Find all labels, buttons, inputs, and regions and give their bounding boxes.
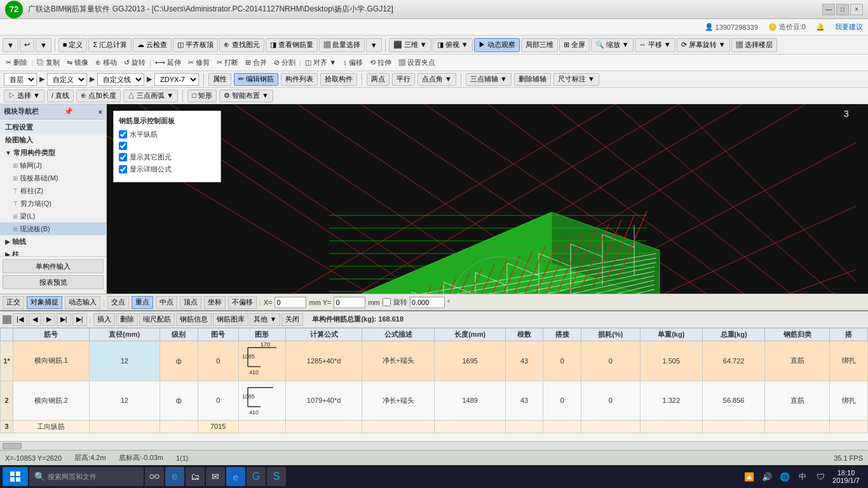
rotate-input[interactable] <box>410 297 445 308</box>
nav-last-btn[interactable]: ▶| <box>57 313 71 326</box>
edge-btn[interactable]: e <box>226 467 245 486</box>
dim-btn[interactable]: 尺寸标注 ▼ <box>553 73 599 86</box>
tree-item-col[interactable]: ⊤框柱(Z) <box>0 184 106 197</box>
smart-layout-btn[interactable]: ⚙ 智能布置 ▼ <box>219 90 273 102</box>
formula-check[interactable] <box>119 165 127 173</box>
undo-dropdown-btn[interactable]: ▼ <box>36 38 51 52</box>
coord-btn[interactable]: 坐标 <box>204 296 226 309</box>
more-btn[interactable]: ▼ <box>366 38 382 52</box>
find-elem-btn[interactable]: ⊕ 查找图元 <box>219 38 264 52</box>
tree-group-axis[interactable]: ▶轴线 <box>0 235 106 248</box>
cloud-check-btn[interactable]: ☁ 云检查 <box>133 38 172 52</box>
floor-select[interactable]: 首层 <box>4 73 37 86</box>
point-len-btn[interactable]: ⊕ 点加长度 <box>76 90 121 102</box>
start-btn[interactable] <box>3 467 28 486</box>
pan-btn[interactable]: ↔ 平移 ▼ <box>635 38 675 52</box>
sidebar-pin-icon[interactable]: 📌 <box>64 107 73 116</box>
tree-item-plate[interactable]: ⊞现浇板(B) <box>0 222 106 235</box>
rect-btn[interactable]: □ 矩形 <box>187 90 217 102</box>
snap-btn[interactable]: 对象捕捉 <box>27 296 62 309</box>
del-row-btn[interactable]: 删除 <box>116 313 138 326</box>
property-btn[interactable]: 属性 <box>208 73 231 86</box>
zoom-btn[interactable]: 🔍 缩放 ▼ <box>591 38 634 52</box>
nav-next-btn[interactable]: ▶ <box>43 313 55 326</box>
align-btn[interactable]: ◫ 对齐 ▼ <box>302 57 339 69</box>
sidebar-close-icon[interactable]: × <box>98 108 102 116</box>
no-offset-btn[interactable]: 不偏移 <box>228 296 257 309</box>
mirror-btn[interactable]: ⇋ 镜像 <box>64 57 92 69</box>
maximize-btn[interactable]: □ <box>836 4 849 15</box>
taskbar-search-btn[interactable]: 🔍 搜索网页和文件 <box>29 467 144 486</box>
draw-mode-select[interactable]: 自定义线 <box>97 73 144 86</box>
horizontal-rebar-check[interactable] <box>119 130 127 139</box>
three-point-axis-btn[interactable]: 三点辅轴 ▼ <box>466 73 512 86</box>
notification-bell[interactable]: 🔔 <box>816 23 825 31</box>
cell-diameter[interactable]: 12 <box>89 341 159 381</box>
intersection-btn[interactable]: 交点 <box>107 296 129 309</box>
pick-comp-btn[interactable]: 拾取构件 <box>320 73 357 86</box>
two-point-btn[interactable]: 两点 <box>367 73 390 86</box>
top-view-btn[interactable]: ◨ 俯视 ▼ <box>433 38 473 52</box>
merge-btn[interactable]: ⊞ 合并 <box>242 57 270 69</box>
scale-rebar-btn[interactable]: 缩尺配筋 <box>139 313 175 326</box>
clock[interactable]: 18:10 2019/1/7 <box>832 469 860 484</box>
task-view-btn[interactable] <box>145 467 164 486</box>
tree-item-beam[interactable]: ⊞梁(L) <box>0 210 106 222</box>
nav-play-btn[interactable]: ▶| <box>72 313 87 326</box>
view-rebar-btn[interactable]: ◨ 查看钢筋量 <box>266 38 318 52</box>
batch-select-btn[interactable]: ▦ 批量选择 <box>319 38 365 52</box>
break-btn[interactable]: ✂ 打断 <box>214 57 241 69</box>
dynamic-view-btn[interactable]: ▶ 动态观察 <box>474 38 520 52</box>
x-input[interactable] <box>275 297 306 308</box>
parallel-btn[interactable]: 平行 <box>392 73 415 86</box>
tray-volume[interactable]: 🔊 <box>761 470 773 483</box>
rebar-info-btn[interactable]: 钢筋信息 <box>176 313 212 326</box>
copy-btn[interactable]: ⿻ 复制 <box>34 57 63 69</box>
select-tool-btn[interactable]: ▷ 选择 ▼ <box>4 90 44 102</box>
stretch-btn[interactable]: ⟲ 拉伸 <box>367 57 395 69</box>
fullscreen-btn[interactable]: ⊞ 全屏 <box>559 38 590 52</box>
file-menu-btn[interactable]: ▼ <box>3 38 18 52</box>
y-input[interactable] <box>334 297 365 308</box>
offset-btn[interactable]: ↕ 偏移 <box>340 57 366 69</box>
cell-diameter[interactable] <box>89 420 159 433</box>
other-elem-check[interactable] <box>119 153 127 161</box>
center-btn[interactable]: 中点 <box>156 296 177 309</box>
vertex-btn[interactable]: 顶点 <box>180 296 201 309</box>
ie-btn[interactable]: e <box>165 467 184 486</box>
edit-rebar-btn[interactable]: ✏ 编辑钢筋 <box>234 73 278 86</box>
comp-list-btn[interactable]: 构件列表 <box>281 73 318 86</box>
cell-diameter[interactable]: 12 <box>89 381 159 420</box>
dynamic-input-btn[interactable]: 动态输入 <box>65 296 100 309</box>
line-btn[interactable]: / 直线 <box>47 90 74 102</box>
mail-btn[interactable]: ✉ <box>206 467 225 486</box>
table-row[interactable]: 3 工向纵筋 7015 <box>1 420 868 433</box>
point-angle-btn[interactable]: 点点角 ▼ <box>417 73 456 86</box>
del-axis-btn[interactable]: 删除辅轴 <box>514 73 551 86</box>
rebar-lib-btn[interactable]: 钢筋图库 <box>213 313 248 326</box>
insert-btn[interactable]: 插入 <box>93 313 115 326</box>
rotate-check[interactable] <box>383 298 391 306</box>
midpoint-btn[interactable]: 重点 <box>132 296 153 309</box>
move-btn[interactable]: ⊕ 移动 <box>92 57 120 69</box>
nav-first-btn[interactable]: |◀ <box>13 313 27 326</box>
grip-btn[interactable]: ▦ 设置夹点 <box>395 57 438 69</box>
mode-select[interactable]: 自定义 <box>47 73 87 86</box>
code-select[interactable]: ZDYX-7 <box>154 73 199 86</box>
blank-check[interactable] <box>119 142 127 150</box>
blue-app2-btn[interactable]: S <box>267 467 286 486</box>
other-btn[interactable]: 其他 ▼ <box>250 313 280 326</box>
tray-network[interactable]: 🌐 <box>778 470 791 483</box>
tree-item-shearwall[interactable]: ⊤剪力墙(Q) <box>0 197 106 210</box>
tree-item-settings[interactable]: 工程设置 <box>0 121 106 133</box>
scroll-thumb[interactable] <box>3 443 22 449</box>
extend-btn[interactable]: ⟷ 延伸 <box>152 57 184 69</box>
tree-item-raft[interactable]: ⊞筏板基础(M) <box>0 172 106 184</box>
tree-item-axis[interactable]: ⊞轴网(J) <box>0 159 106 172</box>
undo-btn[interactable]: ↩ <box>20 38 34 52</box>
tree-item-drawing[interactable]: 绘图输入 <box>0 133 106 146</box>
align-top-btn[interactable]: ◫ 平齐板顶 <box>173 38 218 52</box>
tray-arrow[interactable]: 🔼 <box>743 470 756 483</box>
arc-btn[interactable]: △ 三点画弧 ▼ <box>123 90 178 102</box>
folder-btn[interactable]: 🗂 <box>186 467 205 486</box>
